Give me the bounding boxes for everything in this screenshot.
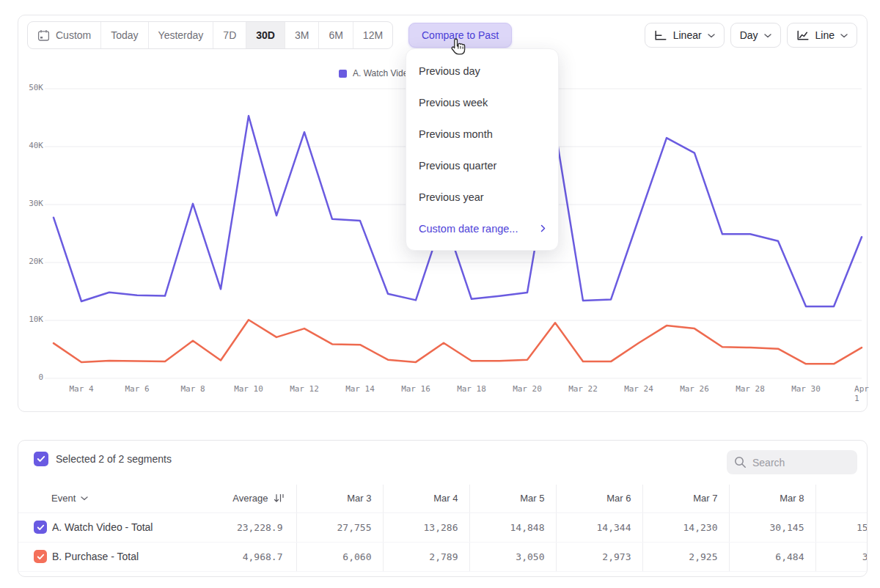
preset-label: 3M bbox=[295, 29, 309, 41]
date-value: 27,755 bbox=[296, 512, 383, 542]
menu-item-custom-date-range[interactable]: Custom date range... bbox=[406, 213, 558, 244]
chevron-down-icon bbox=[764, 34, 771, 38]
search-icon bbox=[734, 456, 747, 468]
preset-7d[interactable]: 7D bbox=[213, 22, 246, 48]
series-line bbox=[54, 320, 862, 364]
date-column-header: Mar 7 bbox=[642, 485, 729, 512]
x-axis-tick: Mar 18 bbox=[457, 384, 486, 394]
x-axis-tick: Apr 1 bbox=[854, 384, 869, 403]
date-value: 14,344 bbox=[556, 512, 642, 542]
interval-label: Day bbox=[740, 29, 758, 41]
x-axis-tick: Mar 8 bbox=[180, 384, 205, 394]
date-value: 14,230 bbox=[642, 512, 729, 542]
segment-checkbox[interactable] bbox=[34, 550, 47, 563]
preset-label: 30D bbox=[256, 29, 275, 41]
chevron-down-icon bbox=[81, 496, 88, 501]
search-input[interactable] bbox=[752, 457, 850, 468]
date-value: 6,484 bbox=[729, 542, 815, 571]
date-value: 3,104 bbox=[815, 542, 868, 571]
preset-6m[interactable]: 6M bbox=[319, 22, 353, 48]
preset-label: 7D bbox=[223, 29, 236, 41]
calendar-icon bbox=[37, 29, 50, 42]
date-value: 2,789 bbox=[383, 542, 469, 571]
chevron-down-icon bbox=[708, 34, 715, 38]
preset-custom[interactable]: Custom bbox=[28, 22, 101, 48]
average-header-label: Average bbox=[232, 493, 268, 504]
segments-panel: Selected 2 of 2 segments EventAverageMar… bbox=[18, 440, 868, 577]
segment-checkbox[interactable] bbox=[34, 521, 47, 534]
table-row: A. Watch Video - Total23,228.927,75513,2… bbox=[18, 512, 868, 542]
x-axis-tick: Mar 4 bbox=[69, 384, 93, 394]
chart-controls: Linear Day Line bbox=[645, 23, 857, 48]
date-column-header: Mar 8 bbox=[729, 485, 815, 512]
x-axis-tick: Mar 16 bbox=[401, 384, 430, 394]
menu-item-previous-quarter[interactable]: Previous quarter bbox=[406, 150, 558, 181]
preset-label: Yesterday bbox=[158, 29, 204, 41]
interval-select-button[interactable]: Day bbox=[730, 23, 781, 48]
event-header-label: Event bbox=[51, 493, 76, 504]
x-axis-tick: Mar 10 bbox=[234, 384, 263, 394]
menu-item-previous-month[interactable]: Previous month bbox=[406, 118, 558, 150]
chevron-down-icon bbox=[840, 34, 848, 38]
date-value: 2,973 bbox=[556, 542, 642, 571]
preset-yesterday[interactable]: Yesterday bbox=[149, 22, 214, 48]
chart-type-label: Line bbox=[815, 29, 835, 41]
date-value: 15,432 bbox=[815, 512, 868, 542]
compare-to-past-menu: Previous dayPrevious weekPrevious monthP… bbox=[406, 48, 559, 251]
average-value: 23,228.9 bbox=[210, 512, 296, 542]
x-axis-tick: Mar 14 bbox=[345, 384, 375, 394]
line-chart-icon bbox=[796, 30, 810, 41]
preset-today[interactable]: Today bbox=[101, 22, 148, 48]
event-column-header[interactable]: Event bbox=[18, 485, 210, 512]
y-axis-tick: 20K bbox=[18, 257, 43, 266]
sort-descending-icon bbox=[274, 493, 285, 503]
axis-scale-icon bbox=[654, 30, 667, 41]
selected-count-label: Selected 2 of 2 segments bbox=[56, 453, 172, 465]
scale-label: Linear bbox=[673, 29, 702, 41]
scale-select-button[interactable]: Linear bbox=[645, 23, 725, 48]
search-box bbox=[727, 450, 857, 474]
date-range-presets: CustomTodayYesterday7D30D3M6M12M bbox=[27, 21, 393, 49]
date-value: 13,286 bbox=[383, 512, 469, 542]
preset-30d[interactable]: 30D bbox=[246, 22, 285, 48]
compare-to-past-button[interactable]: Compare to Past bbox=[408, 23, 512, 48]
segments-table: EventAverageMar 3Mar 4Mar 5Mar 6Mar 7Mar… bbox=[18, 485, 868, 572]
preset-label: 6M bbox=[329, 29, 342, 41]
menu-item-previous-day[interactable]: Previous day bbox=[406, 55, 558, 87]
x-axis-tick: Mar 28 bbox=[736, 384, 765, 394]
x-axis-tick: Mar 12 bbox=[290, 384, 319, 394]
custom-date-range-label: Custom date range... bbox=[419, 223, 518, 235]
y-axis-tick: 0 bbox=[18, 372, 43, 382]
x-axis-tick: Mar 26 bbox=[680, 384, 709, 394]
preset-label: Today bbox=[111, 29, 138, 41]
date-value: 3,050 bbox=[469, 542, 556, 571]
segment-label: B. Purchase - Total bbox=[52, 551, 139, 562]
date-value: 6,060 bbox=[296, 542, 383, 571]
select-all-checkbox[interactable] bbox=[34, 452, 48, 466]
date-value: 30,145 bbox=[729, 512, 815, 542]
menu-item-previous-week[interactable]: Previous week bbox=[406, 87, 558, 118]
average-column-header[interactable]: Average bbox=[210, 485, 296, 512]
chevron-right-icon bbox=[540, 224, 546, 232]
segment-label: A. Watch Video - Total bbox=[52, 521, 153, 533]
x-axis-tick: Mar 20 bbox=[513, 384, 542, 394]
date-column-header: Mar 9 bbox=[815, 485, 868, 512]
preset-label: 12M bbox=[363, 29, 383, 41]
date-value: 2,925 bbox=[642, 542, 729, 571]
menu-item-previous-year[interactable]: Previous year bbox=[406, 181, 558, 213]
y-axis-tick: 50K bbox=[18, 83, 43, 92]
date-column-header: Mar 6 bbox=[556, 485, 642, 512]
x-axis-tick: Mar 24 bbox=[624, 384, 653, 394]
y-axis-tick: 40K bbox=[18, 141, 43, 150]
x-axis-tick: Mar 22 bbox=[568, 384, 598, 394]
table-row: B. Purchase - Total4,968.76,0602,7893,05… bbox=[18, 542, 868, 571]
y-axis-tick: 30K bbox=[18, 199, 43, 208]
chart-type-select-button[interactable]: Line bbox=[787, 23, 857, 48]
date-column-header: Mar 4 bbox=[383, 485, 469, 512]
y-axis-tick: 10K bbox=[18, 315, 43, 324]
date-value: 14,848 bbox=[469, 512, 556, 542]
x-axis-tick: Mar 30 bbox=[791, 384, 821, 394]
preset-3m[interactable]: 3M bbox=[285, 22, 319, 48]
preset-12m[interactable]: 12M bbox=[353, 22, 392, 48]
analytics-page: CustomTodayYesterday7D30D3M6M12M Compare… bbox=[0, 0, 880, 588]
